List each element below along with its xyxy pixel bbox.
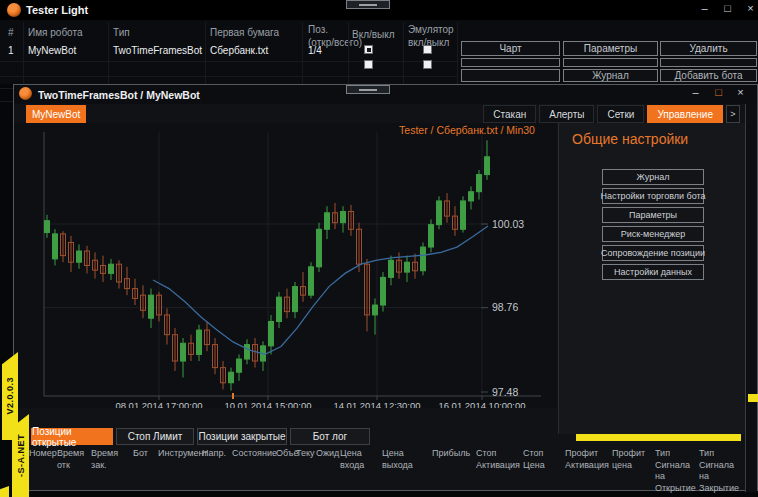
column-header: Вкл/выкл xyxy=(352,28,395,41)
bot-row-security: Сбербанк.txt xyxy=(210,45,268,56)
yellow-accent-chip xyxy=(748,394,758,402)
app-title: Tester Light xyxy=(26,4,88,16)
bot-maximize-button[interactable]: □ xyxy=(711,86,726,99)
yellow-accent-bar xyxy=(576,434,741,441)
positions-column-header: Профит Активация xyxy=(565,448,612,495)
positions-column-header: Время отк xyxy=(57,448,91,495)
settings-button-4[interactable]: Риск-менеджер xyxy=(602,226,704,242)
chart-title: Tester / Сбербанк.txt / Min30 xyxy=(399,124,535,136)
positions-column-header: Напр. xyxy=(202,448,232,495)
candlestick-chart[interactable]: 100.0398.7697.4808.01.2014 17:00:0010.01… xyxy=(14,123,557,408)
positions-table-header: НомерВремя откВремя зак.БотИнструментНап… xyxy=(29,448,739,495)
maximize-button[interactable]: □ xyxy=(720,2,735,15)
enabled-checkbox-row1[interactable] xyxy=(364,45,373,54)
x-axis-label: 08.01.2014 17:00:00 xyxy=(115,400,202,408)
enabled-checkbox-row2[interactable] xyxy=(364,60,373,69)
bot-window-titlebar: TwoTimeFramesBot / MyNewBot – □ × xyxy=(14,85,757,104)
bot-close-button[interactable]: × xyxy=(733,86,748,99)
table-gridline xyxy=(403,22,404,84)
site-ribbon: -S-A.NET xyxy=(12,414,29,497)
bot-window-title: TwoTimeFramesBot / MyNewBot xyxy=(38,89,200,101)
settings-button-2[interactable]: Настройки торговли бота xyxy=(602,188,704,204)
positions-column-header: Стоп Активация xyxy=(476,448,523,495)
table-gridline xyxy=(0,76,458,77)
x-axis-label: 16.01.2014 10:00:00 xyxy=(438,400,525,408)
positions-column-header: Объё xyxy=(276,448,296,495)
empty-cell xyxy=(563,58,658,67)
positions-column-header: Стоп Цена xyxy=(523,448,565,495)
settings-button-1[interactable]: Журнал xyxy=(602,169,704,185)
app-logo-icon xyxy=(7,3,21,17)
empty-cell xyxy=(461,58,560,67)
settings-button-3[interactable]: Параметры xyxy=(602,207,704,223)
emulator-checkbox-row2[interactable] xyxy=(423,60,432,69)
bot-row-num: 1 xyxy=(8,45,14,56)
positions-column-header: Состояние xyxy=(232,448,276,495)
column-header: Имя робота xyxy=(28,26,82,39)
y-axis-label: 97.48 xyxy=(492,386,518,398)
positions-column-header: Тип Сигнала на Закрытие xyxy=(699,448,739,495)
table-gridline xyxy=(0,61,458,62)
bot-row-type: TwoTimeFramesBot xyxy=(113,45,202,56)
bottom-tab-strip: Позиции открытыеСтоп ЛимитПозиции закрыт… xyxy=(31,428,370,445)
window-drag-handle[interactable] xyxy=(346,0,390,9)
panel-tab-2[interactable]: Алерты xyxy=(539,105,594,123)
x-axis-label: 10.01.2014 15:00:00 xyxy=(224,400,311,408)
settings-panel: Общие настройки ЖурналНастройки торговли… xyxy=(558,123,747,434)
column-header: Тип xyxy=(113,26,130,39)
column-header: # xyxy=(8,26,14,39)
positions-column-header: Тип Сигнала на Открытие xyxy=(655,448,699,495)
table-gridline xyxy=(457,22,458,84)
version-label: V2.0.0.3 xyxy=(5,377,15,415)
params-button[interactable]: Параметры xyxy=(563,41,658,56)
table-gridline xyxy=(108,22,109,84)
panel-tab-3[interactable]: Сетки xyxy=(597,105,644,123)
column-header: Первая бумага xyxy=(210,26,279,39)
panel-side-strip xyxy=(745,104,757,492)
more-tabs-button[interactable]: > xyxy=(726,105,740,123)
table-gridline xyxy=(348,22,349,84)
table-gridline xyxy=(302,22,303,84)
bot-window: TwoTimeFramesBot / MyNewBot – □ × MyNewB… xyxy=(13,84,758,491)
emulator-checkbox-row1[interactable] xyxy=(423,45,432,54)
bottom-tab-1[interactable]: Позиции открытые xyxy=(31,428,113,445)
bot-tab-mynewbot[interactable]: MyNewBot xyxy=(26,105,86,123)
table-gridline xyxy=(205,22,206,84)
positions-column-header: Цена входа xyxy=(340,448,382,495)
y-axis-label: 100.03 xyxy=(492,218,524,230)
y-axis-label: 98.76 xyxy=(492,301,518,313)
settings-button-5[interactable]: Сопровождение позиции xyxy=(602,245,704,261)
positions-column-header: Инструмент xyxy=(158,448,202,495)
journal-button[interactable]: Журнал xyxy=(563,69,658,82)
positions-column-header: Ожид xyxy=(316,448,340,495)
bot-window-logo-icon xyxy=(19,87,32,100)
site-label: -S-A.NET xyxy=(16,434,26,477)
bot-window-drag-handle[interactable] xyxy=(346,85,390,94)
positions-column-header: Номер xyxy=(29,448,57,495)
bottom-tab-2[interactable]: Стоп Лимит xyxy=(116,428,194,445)
panel-tab-4[interactable]: Управление xyxy=(647,105,723,123)
settings-panel-title: Общие настройки xyxy=(572,131,688,147)
bot-row-name: MyNewBot xyxy=(28,45,76,56)
delete-button[interactable]: Удалить xyxy=(660,41,757,56)
bot-minimize-button[interactable]: – xyxy=(688,86,703,99)
settings-button-6[interactable]: Настройки данных xyxy=(602,264,704,280)
empty-cell xyxy=(660,58,757,67)
close-button[interactable]: × xyxy=(743,2,758,15)
table-gridline xyxy=(23,22,24,84)
empty-cell xyxy=(461,69,560,82)
x-axis-label: 14.01.2014 12:30:00 xyxy=(333,400,420,408)
add-bot-button[interactable]: Добавить бота xyxy=(660,69,757,82)
panel-tab-1[interactable]: Стакан xyxy=(483,105,536,123)
positions-column-header: Время зак. xyxy=(91,448,133,495)
positions-column-header: Прибыль xyxy=(432,448,476,495)
yellow-corner xyxy=(0,486,9,497)
main-titlebar: Tester Light – □ × xyxy=(0,0,758,20)
bottom-tab-4[interactable]: Бот лог xyxy=(290,428,370,445)
chart-button[interactable]: Чарт xyxy=(461,41,560,56)
minimize-button[interactable]: – xyxy=(697,2,712,15)
positions-column-header: Бот xyxy=(133,448,158,495)
panel-tab-strip: СтаканАлертыСеткиУправление> xyxy=(483,105,740,123)
bottom-tab-3[interactable]: Позиции закрытые xyxy=(197,428,287,445)
positions-column-header: Цена выхода xyxy=(382,448,432,495)
